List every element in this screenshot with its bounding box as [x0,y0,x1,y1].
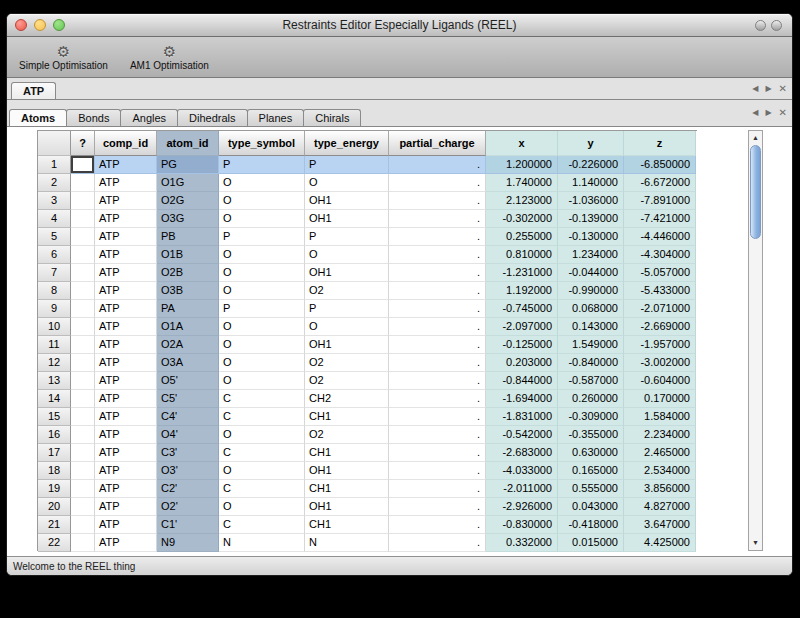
cell-select[interactable] [71,156,95,174]
cell-comp-id[interactable]: ATP [95,390,157,408]
cell-x[interactable]: 1.200000 [486,156,558,174]
cell-type-energy[interactable]: OH1 [305,336,389,354]
cell-select[interactable] [71,462,95,480]
cell-atom-id[interactable]: PA [157,300,219,318]
row-number[interactable]: 22 [38,534,71,552]
cell-y[interactable]: 1.140000 [558,174,624,192]
cell-partial-charge[interactable]: . [389,426,486,444]
cell-z[interactable]: -4.446000 [624,228,696,246]
row-number[interactable]: 12 [38,354,71,372]
cell-select[interactable] [71,534,95,552]
cell-partial-charge[interactable]: . [389,156,486,174]
cell-y[interactable]: 0.015000 [558,534,624,552]
cell-atom-id[interactable]: O1A [157,318,219,336]
table-row[interactable]: 7ATPO2BOOH1.-1.231000-0.044000-5.057000 [38,264,697,282]
cell-type-energy[interactable]: CH2 [305,390,389,408]
cell-partial-charge[interactable]: . [389,372,486,390]
table-row[interactable]: 12ATPO3AOO2.0.203000-0.840000-3.002000 [38,354,697,372]
cell-type-energy[interactable]: P [305,156,389,174]
am1-optimisation-button[interactable]: ⚙ AM1 Optimisation [130,43,209,71]
cell-type-symbol[interactable]: O [219,336,305,354]
cell-select[interactable] [71,498,95,516]
table-row[interactable]: 13ATPO5'OO2.-0.844000-0.587000-0.604000 [38,372,697,390]
table-row[interactable]: 6ATPO1BOO.0.8100001.234000-4.304000 [38,246,697,264]
scrollbar-thumb[interactable] [750,145,761,239]
row-number[interactable]: 6 [38,246,71,264]
cell-z[interactable]: -3.002000 [624,354,696,372]
cell-x[interactable]: -0.125000 [486,336,558,354]
cell-comp-id[interactable]: ATP [95,192,157,210]
cell-partial-charge[interactable]: . [389,192,486,210]
cell-comp-id[interactable]: ATP [95,300,157,318]
zoom-button[interactable] [53,19,65,31]
tab-scroll-right-icon[interactable]: ▶ [765,84,771,94]
cell-atom-id[interactable]: O3G [157,210,219,228]
cell-atom-id[interactable]: O1B [157,246,219,264]
cell-comp-id[interactable]: ATP [95,336,157,354]
cell-y[interactable]: 0.630000 [558,444,624,462]
cell-comp-id[interactable]: ATP [95,408,157,426]
column-header-comp-id[interactable]: comp_id [95,131,157,156]
cell-comp-id[interactable]: ATP [95,228,157,246]
cell-z[interactable]: 2.534000 [624,462,696,480]
column-header-partial-charge[interactable]: partial_charge [389,131,486,156]
cell-type-symbol[interactable]: O [219,462,305,480]
cell-atom-id[interactable]: O4' [157,426,219,444]
cell-type-symbol[interactable]: O [219,372,305,390]
row-number[interactable]: 9 [38,300,71,318]
tab-scroll-right-icon[interactable]: ▶ [765,108,771,118]
cell-partial-charge[interactable]: . [389,480,486,498]
cell-z[interactable]: -0.604000 [624,372,696,390]
cell-x[interactable]: -1.231000 [486,264,558,282]
table-row[interactable]: 21ATPC1'CCH1.-0.830000-0.4180003.647000 [38,516,697,534]
cell-atom-id[interactable]: PG [157,156,219,174]
cell-y[interactable]: -0.355000 [558,426,624,444]
cell-x[interactable]: -2.097000 [486,318,558,336]
cell-x[interactable]: -0.542000 [486,426,558,444]
toolbar-toggle-icon[interactable] [755,20,766,31]
tab-chirals[interactable]: Chirals [303,109,361,126]
cell-partial-charge[interactable]: . [389,264,486,282]
cell-comp-id[interactable]: ATP [95,210,157,228]
cell-comp-id[interactable]: ATP [95,318,157,336]
cell-comp-id[interactable]: ATP [95,480,157,498]
row-number[interactable]: 21 [38,516,71,534]
row-number[interactable]: 18 [38,462,71,480]
cell-atom-id[interactable]: C2' [157,480,219,498]
cell-z[interactable]: -6.672000 [624,174,696,192]
cell-z[interactable]: -1.957000 [624,336,696,354]
cell-y[interactable]: -0.044000 [558,264,624,282]
cell-atom-id[interactable]: O2G [157,192,219,210]
cell-x[interactable]: 0.203000 [486,354,558,372]
cell-x[interactable]: -2.011000 [486,480,558,498]
table-row[interactable]: 14ATPC5'CCH2.-1.6940000.2600000.170000 [38,390,697,408]
cell-select[interactable] [71,282,95,300]
cell-select[interactable] [71,426,95,444]
row-number[interactable]: 17 [38,444,71,462]
cell-atom-id[interactable]: C3' [157,444,219,462]
row-number[interactable]: 10 [38,318,71,336]
cell-type-symbol[interactable]: C [219,408,305,426]
cell-comp-id[interactable]: ATP [95,354,157,372]
tab-close-icon[interactable]: ✕ [779,84,787,94]
cell-x[interactable]: 0.332000 [486,534,558,552]
cell-y[interactable]: -0.840000 [558,354,624,372]
column-header-y[interactable]: y [558,131,624,156]
row-number[interactable]: 5 [38,228,71,246]
row-number[interactable]: 7 [38,264,71,282]
cell-partial-charge[interactable]: . [389,462,486,480]
simple-optimisation-button[interactable]: ⚙ Simple Optimisation [19,43,108,71]
cell-atom-id[interactable]: C5' [157,390,219,408]
tab-atoms[interactable]: Atoms [9,109,67,126]
cell-type-energy[interactable]: P [305,300,389,318]
cell-partial-charge[interactable]: . [389,282,486,300]
cell-x[interactable]: 1.740000 [486,174,558,192]
cell-select[interactable] [71,174,95,192]
cell-comp-id[interactable]: ATP [95,444,157,462]
close-button[interactable] [15,19,27,31]
cell-type-energy[interactable]: OH1 [305,462,389,480]
cell-type-energy[interactable]: CH1 [305,480,389,498]
cell-y[interactable]: 0.165000 [558,462,624,480]
cell-z[interactable]: -4.304000 [624,246,696,264]
cell-atom-id[interactable]: O2B [157,264,219,282]
